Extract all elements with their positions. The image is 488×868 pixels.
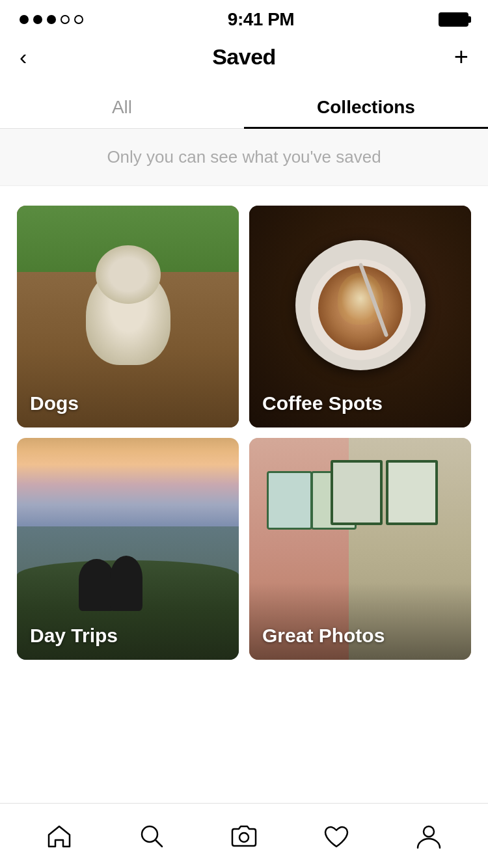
- search-icon: [137, 822, 166, 850]
- heart-icon: [322, 822, 351, 850]
- svg-point-2: [239, 833, 249, 842]
- nav-camera[interactable]: [218, 813, 270, 859]
- dot-4: [61, 15, 70, 24]
- collection-label-photos: Great Photos: [262, 625, 385, 647]
- status-time: 9:41 PM: [228, 9, 294, 30]
- collection-item-coffee[interactable]: Coffee Spots: [249, 206, 471, 427]
- dot-3: [47, 15, 56, 24]
- collection-label-coffee: Coffee Spots: [262, 392, 383, 414]
- nav-search[interactable]: [126, 813, 178, 859]
- tabs-container: All Collections: [0, 84, 488, 129]
- collection-item-daytrips[interactable]: Day Trips: [17, 438, 239, 660]
- dot-1: [20, 15, 29, 24]
- add-button[interactable]: +: [436, 43, 468, 71]
- page-title: Saved: [212, 44, 276, 70]
- person-icon: [414, 822, 443, 850]
- signal-dots: [20, 15, 83, 24]
- collections-grid: Dogs Coffee Spots: [0, 186, 488, 679]
- dot-2: [33, 15, 42, 24]
- collection-label-daytrips: Day Trips: [30, 625, 118, 647]
- camera-icon: [230, 822, 258, 850]
- collection-label-dogs: Dogs: [30, 392, 79, 414]
- svg-line-1: [156, 840, 162, 847]
- svg-point-3: [424, 826, 434, 837]
- privacy-notice: Only you can see what you've saved: [0, 129, 488, 186]
- bottom-nav: [0, 803, 488, 868]
- collection-item-photos[interactable]: Great Photos: [249, 438, 471, 660]
- tab-collections[interactable]: Collections: [244, 84, 488, 128]
- collection-item-dogs[interactable]: Dogs: [17, 206, 239, 427]
- tab-all[interactable]: All: [0, 84, 244, 128]
- home-icon: [45, 822, 74, 850]
- status-bar: 9:41 PM: [0, 0, 488, 36]
- header: ‹ Saved +: [0, 36, 488, 84]
- nav-home[interactable]: [33, 813, 85, 859]
- nav-heart[interactable]: [310, 813, 362, 859]
- battery-icon: [439, 12, 468, 27]
- back-button[interactable]: ‹: [20, 44, 52, 70]
- dot-5: [74, 15, 83, 24]
- nav-profile[interactable]: [403, 813, 455, 859]
